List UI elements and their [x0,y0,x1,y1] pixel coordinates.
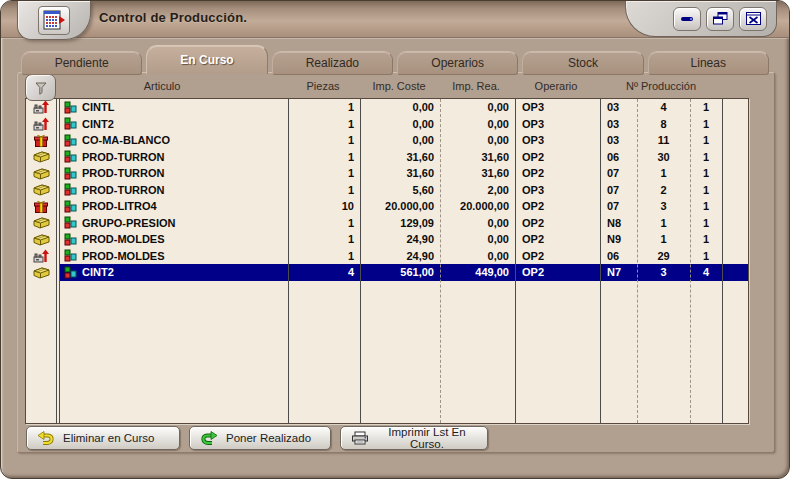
piezas-cell: 1 [288,132,360,149]
imp-coste-cell: 24,90 [360,248,440,265]
operario-cell: OP2 [515,149,600,166]
row-status-cell [26,165,56,182]
articulo-value: PROD-LITRO4 [82,200,157,212]
produccion-b-cell: 8 [637,116,690,133]
imp-coste-cell: 31,60 [360,149,440,166]
tab-operarios[interactable]: Operarios [397,51,518,75]
grid-separator [722,99,723,423]
table-row[interactable]: CINT210,000,00OP30381 [26,116,748,133]
table-row[interactable]: PROD-MOLDES124,900,00OP2N911 [26,231,748,248]
tab-realizado[interactable]: Realizado [272,51,393,75]
tab-lineas[interactable]: Lineas [648,51,769,75]
gift-icon [34,200,48,213]
operario-cell: OP2 [515,215,600,232]
imp-rea-cell: 0,00 [440,116,515,133]
column-header-produccion: Nº Producción [626,80,696,92]
minimize-button[interactable] [673,7,701,31]
articulo-value: CINT2 [82,266,114,278]
articulo-value: PROD-TURRON [82,167,165,179]
table-row[interactable]: CINT24561,00449,00OP2N734 [26,264,748,281]
footer-button-bar: Eliminar en Curso Poner Realizado Imprim… [26,426,488,450]
piezas-cell: 1 [288,231,360,248]
operario-cell: OP3 [515,182,600,199]
crate-icon [33,167,50,180]
imp-coste-cell: 31,60 [360,165,440,182]
imp-rea-cell: 0,00 [440,215,515,232]
table-row[interactable]: PROD-MOLDES124,900,00OP206291 [26,248,748,265]
produccion-c-cell: 1 [690,132,722,149]
title-bar: Control de Producción. [1,1,789,38]
table-row[interactable]: GRUPO-PRESION1129,090,00OP2N811 [26,215,748,232]
articulo-value: CO-MA-BLANCO [82,134,170,146]
produccion-b-cell: 1 [637,165,690,182]
produccion-a-cell: 06 [600,248,637,265]
produccion-a-cell: 07 [600,165,637,182]
tab-stock[interactable]: Stock [522,51,643,75]
production-grid[interactable]: CINTL10,000,00OP30341CINT210,000,00OP303… [25,98,749,424]
product-cubes-icon [64,167,77,180]
screen: Control de Producción. [0,0,790,479]
operario-cell: OP2 [515,248,600,265]
produccion-a-cell: 03 [600,116,637,133]
piezas-cell: 1 [288,182,360,199]
button-label: Poner Realizado [226,432,311,444]
crate-icon [33,183,50,196]
restore-button[interactable] [706,7,734,31]
produccion-c-cell: 1 [690,99,722,116]
row-trailing-cell [722,149,748,166]
crate-icon [33,150,50,163]
produccion-a-cell: 07 [600,198,637,215]
poner-realizado-button[interactable]: Poner Realizado [189,426,331,450]
redo-arrow-icon [200,431,218,445]
column-header-imp-coste: Imp. Coste [372,80,425,92]
grid-separator-dashed [440,99,441,423]
articulo-cell: CINTL [60,99,288,116]
imp-coste-cell: 20.000,00 [360,198,440,215]
button-label: Imprimir Lst En Curso. [377,426,477,450]
grid-separator [56,99,57,423]
imp-rea-cell: 31,60 [440,149,515,166]
table-row[interactable]: PROD-TURRON15,602,00OP30721 [26,182,748,199]
produccion-b-cell: 1 [637,231,690,248]
articulo-value: GRUPO-PRESION [82,217,176,229]
articulo-value: CINTL [82,101,114,113]
button-label: Eliminar en Curso [63,432,154,444]
column-header-articulo: Articulo [144,80,181,92]
eliminar-en-curso-button[interactable]: Eliminar en Curso [26,426,180,450]
crate-icon [33,233,50,246]
produccion-c-cell: 1 [690,198,722,215]
articulo-value: PROD-TURRON [82,151,165,163]
row-trailing-cell [722,132,748,149]
table-row[interactable]: PROD-TURRON131,6031,60OP206301 [26,149,748,166]
produccion-a-cell: 03 [600,99,637,116]
factory-up-icon [33,100,49,114]
articulo-value: PROD-TURRON [82,184,165,196]
imp-rea-cell: 449,00 [440,264,515,281]
produccion-b-cell: 29 [637,248,690,265]
articulo-cell: PROD-MOLDES [60,248,288,265]
produccion-a-cell: 07 [600,182,637,199]
table-row[interactable]: PROD-TURRON131,6031,60OP20711 [26,165,748,182]
articulo-cell: CINT2 [60,264,288,281]
imp-rea-cell: 31,60 [440,165,515,182]
articulo-cell: PROD-LITRO4 [60,198,288,215]
tab-pendiente[interactable]: Pendiente [21,51,142,75]
tab-strip: Pendiente En Curso Realizado Operarios S… [21,45,769,73]
produccion-c-cell: 1 [690,182,722,199]
table-row[interactable]: CO-MA-BLANCO10,000,00OP303111 [26,132,748,149]
close-button[interactable] [739,7,767,31]
articulo-cell: PROD-TURRON [60,149,288,166]
row-status-cell [26,182,56,199]
product-cubes-icon [64,266,77,279]
grid-filter-button[interactable] [25,74,56,101]
undo-arrow-icon [37,431,55,445]
tab-en-curso[interactable]: En Curso [146,45,267,74]
imprimir-lst-en-curso-button[interactable]: Imprimir Lst En Curso. [340,426,488,450]
table-row[interactable]: CINTL10,000,00OP30341 [26,99,748,116]
articulo-cell: PROD-MOLDES [60,231,288,248]
operario-cell: OP3 [515,132,600,149]
table-row[interactable]: PROD-LITRO41020.000,0020.000,00OP20731 [26,198,748,215]
row-trailing-cell [722,116,748,133]
piezas-cell: 10 [288,198,360,215]
articulo-value: CINT2 [82,118,114,130]
